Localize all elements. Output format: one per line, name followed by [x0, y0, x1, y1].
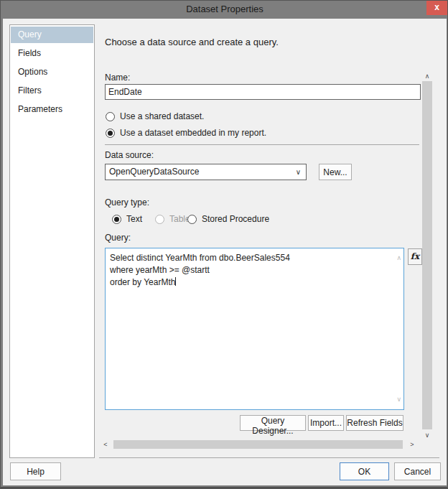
text-caret: [175, 277, 176, 286]
radio-embedded-dataset[interactable]: [106, 129, 115, 138]
close-icon: x: [434, 2, 439, 12]
chevron-down-icon: ∨: [296, 164, 301, 180]
separator: [99, 457, 439, 458]
radio-query-type-table: [155, 215, 164, 224]
query-line: Select distinct YearMth from dbo.BeerSal…: [110, 252, 391, 264]
horizontal-scrollbar-thumb[interactable]: [113, 440, 403, 449]
radio-row-table: Table: [155, 214, 190, 224]
data-source-value: OpenQueryDataSource: [109, 167, 199, 177]
sidebar-item-query[interactable]: Query: [11, 27, 93, 43]
sidebar-item-fields[interactable]: Fields: [11, 45, 93, 62]
query-scroll-down-icon[interactable]: ∨: [396, 393, 401, 406]
dataset-properties-dialog: Dataset Properties x Query Fields Option…: [0, 0, 448, 489]
radio-row-text[interactable]: Text: [112, 214, 142, 224]
titlebar[interactable]: Dataset Properties x: [1, 1, 448, 19]
dialog-bottom-edge: [1, 487, 448, 488]
radio-row-stored-procedure[interactable]: Stored Procedure: [187, 214, 269, 224]
import-button[interactable]: Import...: [308, 415, 344, 431]
refresh-fields-button[interactable]: Refresh Fields: [346, 415, 403, 431]
query-label: Query:: [105, 233, 131, 243]
ok-button[interactable]: OK: [340, 462, 389, 480]
data-source-dropdown[interactable]: OpenQueryDataSource ∨: [105, 164, 307, 180]
radio-shared-dataset-label: Use a shared dataset.: [120, 111, 204, 121]
query-type-label: Query type:: [105, 197, 149, 208]
dialog-title: Dataset Properties: [1, 4, 448, 14]
close-button[interactable]: x: [426, 1, 447, 15]
query-line: where yearMth >= @startt: [110, 264, 391, 276]
radio-row-embedded-dataset[interactable]: Use a dataset embedded in my report.: [106, 128, 266, 138]
query-line: order by YearMth: [110, 276, 391, 289]
radio-embedded-dataset-label: Use a dataset embedded in my report.: [120, 128, 266, 138]
scroll-right-icon[interactable]: >: [407, 439, 417, 450]
vertical-scrollbar-thumb[interactable]: [422, 81, 432, 429]
sidebar-item-options[interactable]: Options: [11, 64, 93, 80]
scroll-down-icon[interactable]: ∨: [422, 430, 432, 440]
sidebar-item-filters[interactable]: Filters: [11, 83, 93, 99]
radio-query-type-stored-procedure[interactable]: [187, 215, 197, 224]
data-source-label: Data source:: [105, 150, 154, 160]
separator: [105, 144, 419, 145]
cancel-button[interactable]: Cancel: [394, 462, 441, 480]
radio-query-type-stored-procedure-label: Stored Procedure: [202, 214, 269, 224]
page-heading: Choose a data source and create a query.: [105, 37, 279, 47]
scroll-left-icon[interactable]: <: [101, 439, 111, 450]
help-button[interactable]: Help: [10, 462, 61, 480]
radio-query-type-text[interactable]: [112, 215, 121, 224]
sidebar-item-parameters[interactable]: Parameters: [11, 101, 93, 118]
new-data-source-button[interactable]: New...: [319, 164, 352, 180]
scroll-up-icon[interactable]: ∧: [422, 71, 432, 81]
query-scroll-up-icon[interactable]: ∧: [396, 252, 401, 264]
radio-query-type-text-label: Text: [126, 214, 142, 224]
page-list: Query Fields Options Filters Parameters: [9, 24, 95, 458]
name-label: Name:: [105, 73, 130, 83]
radio-row-shared-dataset[interactable]: Use a shared dataset.: [106, 111, 204, 121]
radio-shared-dataset[interactable]: [106, 112, 115, 121]
name-input[interactable]: [105, 84, 421, 100]
query-text-editor[interactable]: Select distinct YearMth from dbo.BeerSal…: [105, 248, 404, 410]
expression-fx-button[interactable]: fx: [408, 248, 422, 265]
query-designer-button[interactable]: Query Designer...: [240, 415, 306, 431]
